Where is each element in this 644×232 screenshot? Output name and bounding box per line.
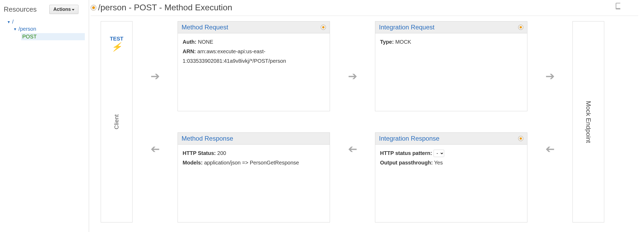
tree-root[interactable]: ▼ / bbox=[7, 18, 89, 25]
arn-label: ARN: bbox=[183, 48, 196, 54]
method-response-title[interactable]: Method Response bbox=[182, 135, 233, 142]
arrow-right-icon: ➔ bbox=[151, 70, 160, 83]
docs-book-icon[interactable] bbox=[614, 2, 622, 11]
mock-endpoint-label: Mock Endpoint bbox=[585, 101, 592, 143]
type-value: MOCK bbox=[395, 39, 411, 45]
page-title: /person - POST - Method Execution bbox=[98, 3, 232, 12]
tree-resource-person[interactable]: ▼ /person bbox=[7, 25, 89, 33]
method-response-card: Method Response HTTP Status: 200 Models:… bbox=[178, 132, 330, 222]
type-label: Type: bbox=[380, 39, 394, 45]
output-passthrough-value: Yes bbox=[434, 160, 443, 166]
arrow-right-icon: ➔ bbox=[348, 70, 357, 83]
arrow-col-2: ➔ ➔ bbox=[330, 21, 375, 222]
sidebar: Resources Actions ▼ / ▼ /person POST bbox=[0, 0, 89, 232]
test-link[interactable]: TEST ⚡ bbox=[110, 36, 123, 52]
models-value: application/json => PersonGetResponse bbox=[204, 160, 299, 166]
http-status-value: 200 bbox=[217, 150, 226, 156]
status-dot-icon bbox=[518, 136, 523, 141]
client-box[interactable]: TEST ⚡ Client bbox=[101, 21, 133, 222]
arrow-col-3: ➔ ➔ bbox=[527, 21, 572, 222]
resources-title: Resources bbox=[4, 5, 37, 14]
mock-endpoint-box: Mock Endpoint bbox=[572, 21, 604, 222]
chevron-down-icon: ▼ bbox=[7, 20, 11, 24]
tree-resource-label: /person bbox=[19, 26, 36, 32]
auth-label: Auth: bbox=[183, 39, 196, 45]
integration-cards-col: Integration Request Type: MOCK Integrati… bbox=[375, 21, 527, 222]
client-label: Client bbox=[113, 114, 120, 129]
arn-value: arn:aws:execute-api:us-east-1:0335339020… bbox=[183, 48, 286, 64]
title-row: /person - POST - Method Execution bbox=[91, 0, 638, 16]
method-request-card: Method Request Auth: NONE ARN: arn:aws:e… bbox=[178, 21, 330, 111]
tree-method-post[interactable]: POST bbox=[7, 33, 89, 41]
auth-value: NONE bbox=[198, 39, 213, 45]
http-status-label: HTTP Status: bbox=[183, 150, 216, 156]
method-request-title[interactable]: Method Request bbox=[182, 24, 228, 31]
status-pattern-label: HTTP status pattern: bbox=[380, 150, 432, 156]
resource-tree: ▼ / ▼ /person POST bbox=[3, 18, 89, 41]
main-content: /person - POST - Method Execution TEST ⚡… bbox=[89, 0, 644, 232]
test-label: TEST bbox=[110, 36, 123, 42]
integration-request-card: Integration Request Type: MOCK bbox=[375, 21, 527, 111]
output-passthrough-label: Output passthrough: bbox=[380, 160, 433, 166]
status-dot-icon bbox=[321, 25, 326, 30]
status-pattern-select[interactable]: - bbox=[434, 150, 444, 157]
arrow-col-1: ➔ ➔ bbox=[133, 21, 178, 222]
status-dot-icon bbox=[91, 5, 96, 11]
method-cards-col: Method Request Auth: NONE ARN: arn:aws:e… bbox=[178, 21, 330, 222]
arrow-left-icon: ➔ bbox=[151, 142, 160, 155]
integration-response-title[interactable]: Integration Response bbox=[379, 135, 439, 142]
integration-response-card: Integration Response HTTP status pattern… bbox=[375, 132, 527, 222]
method-flow: TEST ⚡ Client ➔ ➔ Method Request A bbox=[91, 16, 638, 228]
status-dot-icon bbox=[518, 25, 523, 30]
tree-root-label: / bbox=[12, 19, 14, 25]
caret-down-icon bbox=[72, 9, 74, 11]
integration-request-title[interactable]: Integration Request bbox=[379, 24, 434, 31]
actions-button-label: Actions bbox=[53, 7, 71, 12]
models-label: Models: bbox=[183, 160, 203, 166]
arrow-left-icon: ➔ bbox=[348, 142, 357, 155]
chevron-down-icon: ▼ bbox=[13, 27, 17, 31]
arrow-left-icon: ➔ bbox=[545, 142, 555, 155]
tree-method-label: POST bbox=[21, 33, 85, 40]
lightning-icon: ⚡ bbox=[110, 42, 123, 52]
arrow-right-icon: ➔ bbox=[545, 70, 555, 83]
actions-button[interactable]: Actions bbox=[49, 5, 78, 14]
